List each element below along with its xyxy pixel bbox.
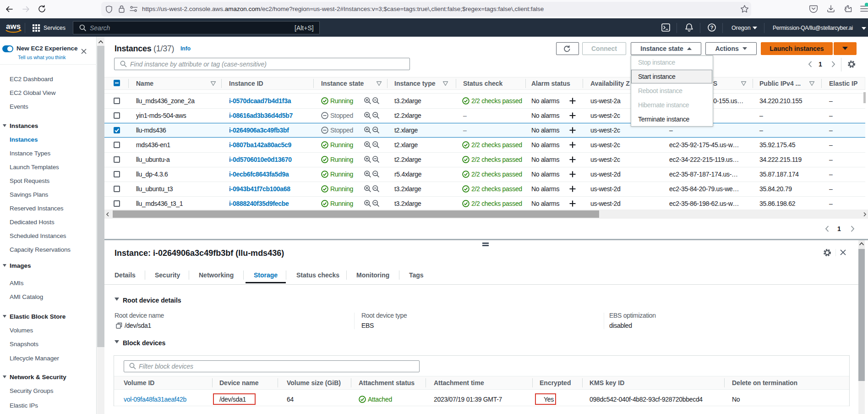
svg-text:?: ? <box>710 25 713 30</box>
svg-text:aws: aws <box>6 22 21 31</box>
